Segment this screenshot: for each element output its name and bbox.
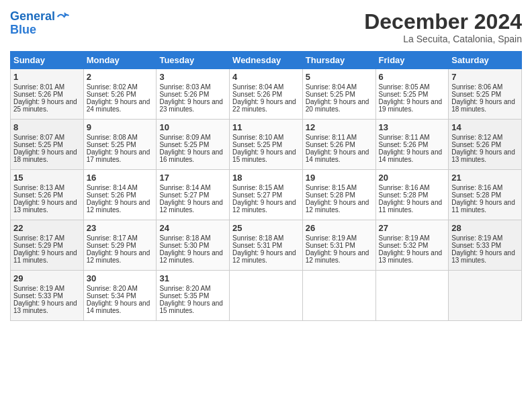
sunset: Sunset: 5:28 PM bbox=[451, 191, 501, 199]
daylight: Daylight: 9 hours and 11 minutes. bbox=[379, 199, 443, 214]
sunset: Sunset: 5:27 PM bbox=[232, 191, 282, 199]
day-cell bbox=[449, 271, 522, 321]
daylight: Daylight: 9 hours and 13 minutes. bbox=[451, 249, 515, 264]
sunrise: Sunrise: 8:14 AM bbox=[87, 184, 138, 191]
header-cell-friday: Friday bbox=[375, 52, 449, 69]
daylight: Daylight: 9 hours and 11 minutes. bbox=[451, 199, 515, 214]
day-number: 4 bbox=[232, 72, 300, 82]
page-container: General Blue December 2024 La Secuita, C… bbox=[0, 0, 532, 328]
daylight: Daylight: 9 hours and 14 minutes. bbox=[87, 300, 150, 314]
month-title: December 2024 bbox=[364, 10, 522, 34]
day-number: 10 bbox=[159, 122, 226, 132]
daylight: Daylight: 9 hours and 14 minutes. bbox=[379, 148, 443, 163]
sunset: Sunset: 5:25 PM bbox=[159, 141, 209, 148]
sunset: Sunset: 5:26 PM bbox=[87, 91, 136, 98]
sunrise: Sunrise: 8:17 AM bbox=[87, 234, 138, 242]
day-number: 31 bbox=[159, 273, 226, 283]
day-cell: 8Sunrise: 8:07 AMSunset: 5:25 PMDaylight… bbox=[11, 120, 84, 170]
sunrise: Sunrise: 8:17 AM bbox=[13, 234, 64, 242]
day-cell: 18Sunrise: 8:15 AMSunset: 5:27 PMDayligh… bbox=[230, 170, 303, 220]
daylight: Daylight: 9 hours and 13 minutes. bbox=[379, 249, 443, 264]
sunset: Sunset: 5:31 PM bbox=[306, 242, 355, 249]
sunrise: Sunrise: 8:19 AM bbox=[379, 234, 430, 242]
sunset: Sunset: 5:25 PM bbox=[87, 141, 136, 148]
day-cell bbox=[230, 271, 303, 321]
day-cell: 24Sunrise: 8:18 AMSunset: 5:30 PMDayligh… bbox=[157, 220, 230, 271]
header-cell-thursday: Thursday bbox=[302, 52, 375, 69]
day-number: 19 bbox=[306, 173, 373, 183]
day-number: 6 bbox=[379, 72, 446, 82]
day-number: 29 bbox=[13, 273, 81, 283]
location: La Secuita, Catalonia, Spain bbox=[364, 34, 522, 44]
day-cell: 2Sunrise: 8:02 AMSunset: 5:26 PMDaylight… bbox=[83, 69, 157, 120]
day-number: 7 bbox=[451, 72, 519, 82]
sunrise: Sunrise: 8:20 AM bbox=[159, 285, 210, 292]
daylight: Daylight: 9 hours and 11 minutes. bbox=[13, 249, 77, 264]
sunrise: Sunrise: 8:11 AM bbox=[306, 134, 357, 141]
sunrise: Sunrise: 8:16 AM bbox=[379, 184, 430, 191]
day-cell: 13Sunrise: 8:11 AMSunset: 5:26 PMDayligh… bbox=[375, 120, 449, 170]
day-cell: 20Sunrise: 8:16 AMSunset: 5:28 PMDayligh… bbox=[375, 170, 449, 220]
sunset: Sunset: 5:31 PM bbox=[232, 242, 282, 249]
day-number: 18 bbox=[232, 173, 300, 183]
day-cell: 29Sunrise: 8:19 AMSunset: 5:33 PMDayligh… bbox=[11, 271, 84, 321]
title-section: December 2024 La Secuita, Catalonia, Spa… bbox=[364, 10, 522, 44]
day-number: 8 bbox=[13, 122, 81, 132]
header-row: SundayMondayTuesdayWednesdayThursdayFrid… bbox=[11, 52, 522, 69]
day-number: 24 bbox=[159, 223, 226, 233]
sunset: Sunset: 5:26 PM bbox=[159, 91, 209, 98]
day-number: 12 bbox=[306, 122, 373, 132]
daylight: Daylight: 9 hours and 13 minutes. bbox=[451, 148, 515, 163]
day-cell: 21Sunrise: 8:16 AMSunset: 5:28 PMDayligh… bbox=[449, 170, 522, 220]
sunrise: Sunrise: 8:04 AM bbox=[232, 83, 283, 91]
daylight: Daylight: 9 hours and 16 minutes. bbox=[159, 148, 223, 163]
sunrise: Sunrise: 8:13 AM bbox=[13, 184, 64, 191]
sunset: Sunset: 5:29 PM bbox=[87, 242, 136, 249]
sunset: Sunset: 5:26 PM bbox=[232, 91, 282, 98]
day-number: 9 bbox=[87, 122, 154, 132]
daylight: Daylight: 9 hours and 19 minutes. bbox=[379, 98, 443, 113]
sunrise: Sunrise: 8:08 AM bbox=[87, 134, 138, 141]
daylight: Daylight: 9 hours and 18 minutes. bbox=[451, 98, 515, 113]
sunrise: Sunrise: 8:16 AM bbox=[451, 184, 502, 191]
day-cell: 5Sunrise: 8:04 AMSunset: 5:25 PMDaylight… bbox=[302, 69, 375, 120]
sunset: Sunset: 5:26 PM bbox=[306, 141, 355, 148]
day-number: 5 bbox=[306, 72, 373, 82]
day-number: 20 bbox=[379, 173, 446, 183]
day-cell: 22Sunrise: 8:17 AMSunset: 5:29 PMDayligh… bbox=[11, 220, 84, 271]
day-cell: 7Sunrise: 8:06 AMSunset: 5:25 PMDaylight… bbox=[449, 69, 522, 120]
sunset: Sunset: 5:27 PM bbox=[159, 191, 209, 199]
sunset: Sunset: 5:29 PM bbox=[13, 242, 63, 249]
sunset: Sunset: 5:28 PM bbox=[379, 191, 429, 199]
sunrise: Sunrise: 8:06 AM bbox=[451, 83, 502, 91]
day-number: 21 bbox=[451, 173, 519, 183]
sunset: Sunset: 5:32 PM bbox=[379, 242, 429, 249]
header-cell-sunday: Sunday bbox=[11, 52, 84, 69]
daylight: Daylight: 9 hours and 15 minutes. bbox=[232, 148, 296, 163]
header-cell-monday: Monday bbox=[83, 52, 157, 69]
daylight: Daylight: 9 hours and 12 minutes. bbox=[232, 249, 296, 264]
sunset: Sunset: 5:26 PM bbox=[451, 141, 501, 148]
sunrise: Sunrise: 8:20 AM bbox=[87, 285, 138, 292]
header: General Blue December 2024 La Secuita, C… bbox=[10, 10, 522, 44]
header-cell-saturday: Saturday bbox=[449, 52, 522, 69]
day-number: 22 bbox=[13, 223, 81, 233]
sunrise: Sunrise: 8:15 AM bbox=[232, 184, 283, 191]
week-row-3: 22Sunrise: 8:17 AMSunset: 5:29 PMDayligh… bbox=[11, 220, 522, 271]
sunset: Sunset: 5:25 PM bbox=[451, 91, 501, 98]
sunset: Sunset: 5:26 PM bbox=[13, 191, 63, 199]
day-cell: 17Sunrise: 8:14 AMSunset: 5:27 PMDayligh… bbox=[157, 170, 230, 220]
day-cell: 23Sunrise: 8:17 AMSunset: 5:29 PMDayligh… bbox=[83, 220, 157, 271]
daylight: Daylight: 9 hours and 15 minutes. bbox=[159, 300, 223, 314]
day-cell: 10Sunrise: 8:09 AMSunset: 5:25 PMDayligh… bbox=[157, 120, 230, 170]
daylight: Daylight: 9 hours and 14 minutes. bbox=[306, 148, 369, 163]
day-number: 11 bbox=[232, 122, 300, 132]
sunrise: Sunrise: 8:19 AM bbox=[306, 234, 357, 242]
sunset: Sunset: 5:35 PM bbox=[159, 292, 209, 300]
calendar-table: SundayMondayTuesdayWednesdayThursdayFrid… bbox=[10, 51, 522, 321]
daylight: Daylight: 9 hours and 12 minutes. bbox=[159, 199, 223, 214]
sunrise: Sunrise: 8:02 AM bbox=[87, 83, 138, 91]
sunrise: Sunrise: 8:05 AM bbox=[379, 83, 430, 91]
sunrise: Sunrise: 8:19 AM bbox=[13, 285, 64, 292]
day-number: 30 bbox=[87, 273, 154, 283]
